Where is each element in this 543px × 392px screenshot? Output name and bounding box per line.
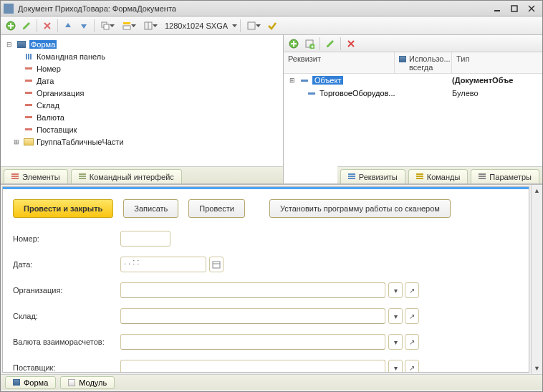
- tree-item-currency[interactable]: Валюта: [1, 111, 283, 123]
- elements-tree: ⊟ Форма Командная панель Номер Дата Орга…: [1, 35, 283, 166]
- label-supplier: Поставщик:: [13, 363, 120, 372]
- right-toolbar: [284, 35, 542, 52]
- open-button[interactable]: ↗: [405, 360, 419, 373]
- preview-dropdown[interactable]: [244, 19, 264, 33]
- col-requisite[interactable]: Реквизит: [284, 52, 395, 73]
- field-icon: [24, 64, 34, 73]
- input-number[interactable]: [120, 231, 170, 247]
- r-edit-button[interactable]: [323, 37, 337, 51]
- write-button[interactable]: Записать: [123, 199, 178, 218]
- window-title: Документ ПриходТовара: ФормаДокумента: [18, 4, 488, 13]
- scroll-down-icon[interactable]: ▼: [532, 363, 542, 374]
- input-supplier[interactable]: [120, 360, 385, 373]
- field-supplier: Поставщик: ▾↗: [13, 360, 519, 373]
- close-button[interactable]: [524, 3, 539, 14]
- svg-rect-11: [123, 22, 130, 24]
- open-button[interactable]: ↗: [405, 308, 419, 324]
- r-add-col-button[interactable]: [302, 37, 317, 51]
- label-warehouse: Склад:: [13, 312, 120, 320]
- svg-rect-12: [123, 26, 130, 29]
- folder-icon: [24, 138, 34, 146]
- label-date: Дата:: [13, 260, 120, 269]
- view-dropdown[interactable]: [119, 19, 139, 33]
- tree-item-command-panel[interactable]: Командная панель: [1, 50, 283, 62]
- r-add-button[interactable]: [287, 37, 301, 51]
- form-button-row: Провести и закрыть Записать Провести Уст…: [13, 199, 519, 218]
- dropdown-button[interactable]: ▾: [388, 308, 403, 324]
- tree-item-group[interactable]: ⊞ ГруппаТабличныеЧасти: [1, 135, 283, 148]
- requisites-tree: ⊞Объект (ДокументОбъе ТорговоеОборудов..…: [284, 74, 542, 166]
- form-icon: [16, 40, 27, 49]
- field-number: Номер:: [13, 231, 519, 247]
- add-button[interactable]: [4, 19, 18, 33]
- move-up-button[interactable]: [61, 19, 75, 33]
- post-button[interactable]: Провести: [188, 199, 245, 218]
- dropdown-button[interactable]: ▾: [388, 334, 403, 350]
- field-warehouse: Склад: ▾↗: [13, 308, 519, 324]
- field-icon: [24, 89, 34, 97]
- tab-module[interactable]: Модуль: [60, 376, 115, 389]
- bottom-tabbar: Форма Модуль: [1, 374, 542, 390]
- form-preview-scroll[interactable]: Провести и закрыть Записать Провести Уст…: [2, 186, 529, 373]
- collapse-icon[interactable]: ⊟: [5, 40, 14, 49]
- field-icon: [24, 101, 34, 110]
- open-button[interactable]: ↗: [405, 282, 419, 298]
- app-icon: [4, 4, 14, 14]
- input-org[interactable]: [120, 282, 385, 298]
- tab-command-interface[interactable]: Командный интерфейс: [71, 169, 182, 183]
- svg-rect-10: [104, 24, 109, 29]
- delete-button[interactable]: [40, 19, 54, 33]
- label-org: Организация:: [13, 286, 120, 295]
- tab-requisites[interactable]: Реквизиты: [340, 169, 405, 183]
- field-icon: [24, 113, 34, 122]
- post-and-close-button[interactable]: Провести и закрыть: [13, 199, 113, 218]
- resolution-dropdown-icon[interactable]: [232, 24, 237, 27]
- minimize-button[interactable]: [489, 3, 505, 14]
- module-icon: [68, 379, 75, 386]
- dropdown-button[interactable]: ▾: [388, 360, 403, 373]
- field-currency: Валюта взаиморасчетов: ▾↗: [13, 334, 519, 350]
- r-delete-button[interactable]: [344, 37, 358, 51]
- edit-button[interactable]: [19, 19, 34, 33]
- copy-dropdown[interactable]: [97, 19, 117, 33]
- requisites-pane: Реквизит Использо... всегда Тип ⊞Объект …: [284, 35, 542, 183]
- input-date[interactable]: . . : :: [120, 257, 206, 272]
- maximize-button[interactable]: [506, 3, 522, 14]
- req-row-child[interactable]: ТорговоеОборудов... Булево: [284, 87, 542, 100]
- req-row-object[interactable]: ⊞Объект (ДокументОбъе: [284, 74, 542, 87]
- tree-root-form[interactable]: ⊟ Форма: [1, 38, 283, 50]
- calendar-button[interactable]: [209, 257, 224, 272]
- tab-commands[interactable]: Команды: [408, 169, 468, 183]
- scroll-up-icon[interactable]: ▲: [532, 185, 542, 196]
- col-type[interactable]: Тип: [452, 52, 542, 73]
- tab-form[interactable]: Форма: [5, 376, 56, 389]
- field-icon: [24, 77, 34, 85]
- svg-rect-25: [213, 262, 220, 268]
- move-down-button[interactable]: [77, 19, 91, 33]
- vertical-scrollbar[interactable]: ▲ ▼: [531, 185, 542, 374]
- dropdown-button[interactable]: ▾: [388, 282, 403, 298]
- input-currency[interactable]: [120, 334, 385, 350]
- tree-item-warehouse[interactable]: Склад: [1, 99, 283, 111]
- expand-icon[interactable]: ⊞: [288, 76, 297, 85]
- scanner-setup-button[interactable]: Установить программу работы со сканером: [269, 199, 451, 218]
- svg-rect-1: [511, 6, 517, 11]
- tree-item-supplier[interactable]: Поставщик: [1, 123, 283, 135]
- label-currency: Валюта взаиморасчетов:: [13, 338, 120, 346]
- tab-elements[interactable]: Элементы: [4, 169, 68, 183]
- layout-dropdown[interactable]: [140, 19, 160, 33]
- tree-item-number[interactable]: Номер: [1, 62, 283, 75]
- col-use-always[interactable]: Использо... всегда: [395, 52, 452, 73]
- form-icon: [13, 379, 20, 386]
- expand-icon[interactable]: ⊞: [12, 138, 21, 146]
- check-button[interactable]: [265, 19, 279, 33]
- input-warehouse[interactable]: [120, 308, 385, 324]
- tree-item-date[interactable]: Дата: [1, 75, 283, 87]
- open-button[interactable]: ↗: [405, 334, 419, 350]
- form-preview-area: Провести и закрыть Записать Провести Уст…: [1, 184, 542, 374]
- tree-item-org[interactable]: Организация: [1, 87, 283, 99]
- field-icon: [24, 125, 34, 134]
- title-bar: Документ ПриходТовара: ФормаДокумента: [1, 1, 542, 16]
- resolution-label[interactable]: 1280x1024 SXGA: [162, 21, 231, 30]
- tab-params[interactable]: Параметры: [471, 169, 539, 183]
